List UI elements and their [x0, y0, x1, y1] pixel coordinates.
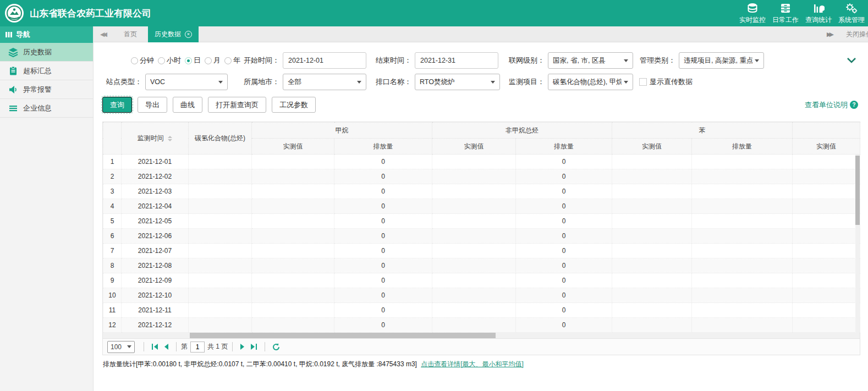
- radio-icon: [185, 57, 192, 64]
- column-header-time[interactable]: 监测时间: [122, 123, 189, 155]
- nav-daily-work[interactable]: 日常工作: [769, 2, 802, 25]
- value-cell: [793, 184, 860, 199]
- horizontal-scrollbar-thumb[interactable]: [190, 333, 496, 338]
- query-button[interactable]: 查询: [102, 97, 132, 113]
- date-cell[interactable]: 2021-12-08: [122, 258, 189, 273]
- date-cell[interactable]: 2021-12-06: [122, 229, 189, 244]
- table-row: 32021-12-0300: [103, 184, 860, 199]
- nav-system-admin[interactable]: 系统管理: [835, 2, 868, 25]
- nav-realtime-monitor[interactable]: 实时监控: [736, 2, 769, 25]
- direct-data-checkbox[interactable]: [639, 78, 647, 86]
- database-icon: [736, 2, 769, 15]
- layers-icon: [8, 47, 18, 57]
- value-cell: [189, 214, 252, 229]
- tab-history-data[interactable]: 历史数据 ×: [148, 26, 199, 42]
- close-operations-menu[interactable]: 关闭操作: [846, 30, 868, 39]
- value-cell: [252, 318, 334, 333]
- stats-detail-link[interactable]: 点击查看详情[最大、最小和平均值]: [421, 360, 524, 368]
- subheader-emission: 排放量: [692, 139, 793, 155]
- prev-page-button[interactable]: [164, 344, 169, 350]
- close-tab-icon[interactable]: ×: [185, 31, 192, 38]
- table-row: 82021-12-0800: [103, 258, 860, 273]
- curve-button[interactable]: 曲线: [173, 97, 202, 113]
- tab-home[interactable]: 首页: [124, 30, 137, 39]
- monitor-items-select[interactable]: 碳氢化合物(总烃), 甲烷, 非: [548, 74, 633, 90]
- sidebar-item-company-info[interactable]: 企业信息: [0, 99, 93, 118]
- value-cell: [432, 273, 516, 288]
- export-button[interactable]: 导出: [138, 97, 167, 113]
- network-level-select[interactable]: 国家, 省, 市, 区县: [548, 52, 633, 69]
- value-cell: [252, 155, 334, 169]
- value-cell: 0: [516, 229, 612, 244]
- value-cell: [432, 318, 516, 333]
- header-nav: 实时监控 日常工作 查询统计 系统管理: [736, 2, 868, 25]
- tabs-scroll-right-icon[interactable]: ▶▶: [827, 31, 832, 38]
- value-cell: [189, 288, 252, 303]
- date-cell[interactable]: 2021-12-05: [122, 214, 189, 229]
- value-cell: [793, 303, 860, 318]
- horizontal-scrollbar[interactable]: [103, 333, 860, 338]
- last-page-button[interactable]: [250, 344, 257, 350]
- radio-year[interactable]: 年: [224, 56, 240, 65]
- station-type-select[interactable]: VOC: [145, 74, 228, 90]
- refresh-icon[interactable]: [272, 343, 280, 351]
- vertical-scrollbar-thumb[interactable]: [855, 156, 860, 225]
- date-cell[interactable]: 2021-12-09: [122, 273, 189, 288]
- date-cell[interactable]: 2021-12-11: [122, 303, 189, 318]
- sidebar-item-exceed-summary[interactable]: 超标汇总: [0, 62, 93, 80]
- value-cell: 0: [334, 229, 432, 244]
- group-header-methane: 甲烷: [252, 123, 432, 139]
- end-time-input[interactable]: [415, 52, 498, 69]
- radio-hour[interactable]: 小时: [158, 56, 181, 65]
- value-cell: [692, 288, 793, 303]
- date-cell[interactable]: 2021-12-02: [122, 169, 189, 184]
- outlet-name-select[interactable]: RTO焚烧炉: [415, 74, 500, 90]
- unit-help-link[interactable]: 查看单位说明 ?: [805, 100, 858, 110]
- start-time-input[interactable]: [283, 52, 366, 69]
- radio-month[interactable]: 月: [205, 56, 221, 65]
- speaker-icon: [8, 85, 18, 95]
- manage-category-select[interactable]: 违规项目, 高架源, 重点排污: [679, 52, 764, 69]
- value-cell: 0: [334, 155, 432, 169]
- sidebar-item-history-data[interactable]: 历史数据: [0, 43, 93, 62]
- value-cell: [793, 258, 860, 273]
- page-number-input[interactable]: [190, 342, 205, 353]
- value-cell: [252, 244, 334, 258]
- date-cell[interactable]: 2021-12-03: [122, 184, 189, 199]
- condition-params-button[interactable]: 工况参数: [272, 97, 316, 113]
- value-cell: 0: [516, 258, 612, 273]
- value-cell: [432, 184, 516, 199]
- value-cell: [692, 303, 793, 318]
- first-page-button[interactable]: [151, 344, 158, 350]
- group-header-benzene: 苯: [612, 123, 793, 139]
- tabs-scroll-left-icon[interactable]: ◀◀: [100, 31, 105, 38]
- vertical-scrollbar[interactable]: [855, 155, 860, 333]
- open-new-query-button[interactable]: 打开新查询页: [208, 97, 266, 113]
- nav-query-stats[interactable]: 查询统计: [802, 2, 835, 25]
- date-cell[interactable]: 2021-12-01: [122, 155, 189, 169]
- value-cell: [189, 229, 252, 244]
- value-cell: [793, 199, 860, 214]
- date-cell[interactable]: 2021-12-07: [122, 244, 189, 258]
- date-cell[interactable]: 2021-12-10: [122, 288, 189, 303]
- sidebar-item-abnormal-alarm[interactable]: 异常报警: [0, 80, 93, 99]
- table-row: 122021-12-1200: [103, 318, 860, 333]
- next-page-button[interactable]: [240, 344, 245, 350]
- value-cell: 0: [516, 303, 612, 318]
- city-select[interactable]: 全部: [283, 74, 366, 90]
- value-cell: 0: [334, 169, 432, 184]
- value-cell: [432, 155, 516, 169]
- value-cell: 0: [516, 169, 612, 184]
- date-cell[interactable]: 2021-12-04: [122, 199, 189, 214]
- collapse-filters-icon[interactable]: [847, 57, 856, 65]
- date-cell[interactable]: 2021-12-12: [122, 318, 189, 333]
- value-cell: [612, 214, 692, 229]
- value-cell: [692, 318, 793, 333]
- radio-day[interactable]: 日: [185, 56, 201, 65]
- columns-icon: [6, 31, 12, 38]
- value-cell: [692, 273, 793, 288]
- clipboard-icon: [8, 66, 18, 76]
- page-size-select[interactable]: 100: [107, 341, 135, 353]
- radio-minute[interactable]: 分钟: [131, 56, 154, 65]
- value-cell: [432, 288, 516, 303]
